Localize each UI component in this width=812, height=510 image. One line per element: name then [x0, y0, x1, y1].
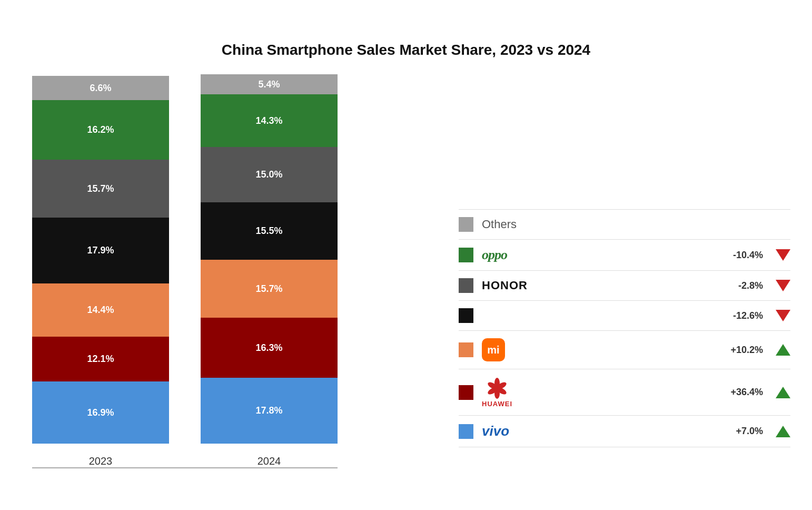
bar-2024-wrapper: 5.4%14.3%15.0%15.5%15.7%16.3%17.8% 2024	[201, 74, 338, 467]
huawei-logo: HUAWEI	[482, 377, 512, 408]
vivo-logo: vivo	[482, 423, 509, 439]
segment-others: 6.6%	[32, 76, 169, 100]
legend-item-apple: -12.6%	[459, 301, 790, 331]
legend-arrow-xiaomi	[776, 344, 790, 356]
bar-2023: Counterpoint 6.6%16.2%15.7%17.9%14.4%12.…	[32, 76, 169, 444]
legend-brand-huawei: HUAWEI	[482, 377, 718, 408]
legend-arrow-oppo	[776, 249, 790, 261]
legend-swatch-apple	[459, 308, 473, 323]
segment-honor: 15.0%	[201, 147, 338, 202]
segment-apple: 17.9%	[32, 218, 169, 283]
segment-xiaomi: 15.7%	[201, 260, 338, 318]
legend-arrow-apple	[776, 310, 790, 321]
bars-row: Counterpoint 6.6%16.2%15.7%17.9%14.4%12.…	[32, 74, 338, 467]
legend-change-apple: -12.6%	[726, 310, 763, 321]
segment-huawei: 12.1%	[32, 337, 169, 381]
axis-line	[32, 467, 338, 468]
legend-item-vivo: vivo+7.0%	[459, 416, 790, 447]
bars-and-axis: Counterpoint 6.6%16.2%15.7%17.9%14.4%12.…	[32, 74, 338, 468]
segment-xiaomi: 14.4%	[32, 283, 169, 337]
legend-swatch-others	[459, 217, 473, 232]
legend-item-huawei: HUAWEI +36.4%	[459, 369, 790, 416]
legend-change-huawei: +36.4%	[726, 387, 763, 398]
legend-change-vivo: +7.0%	[726, 426, 763, 437]
page-title: China Smartphone Sales Market Share, 202…	[222, 42, 590, 58]
legend-swatch-xiaomi	[459, 342, 473, 357]
oppo-logo: oppo	[482, 247, 507, 263]
bar-2023-wrapper: Counterpoint 6.6%16.2%15.7%17.9%14.4%12.…	[32, 76, 169, 467]
legend-arrow-huawei	[776, 387, 790, 398]
legend-swatch-huawei	[459, 385, 473, 400]
legend-item-honor: HONOR-2.8%	[459, 271, 790, 301]
legend-swatch-oppo	[459, 248, 473, 262]
segment-vivo: 16.9%	[32, 381, 169, 444]
legend-arrow-vivo	[776, 426, 790, 437]
legend-change-oppo: -10.4%	[726, 250, 763, 261]
segment-huawei: 16.3%	[201, 318, 338, 378]
others-label: Others	[482, 218, 517, 231]
legend-change-honor: -2.8%	[726, 280, 763, 291]
bar-2024-label: 2024	[258, 455, 281, 467]
segment-honor: 15.7%	[32, 160, 169, 218]
legend-area: Othersoppo-10.4%HONOR-2.8%-12.6%mi+10.2%…	[438, 209, 790, 468]
legend-item-xiaomi: mi+10.2%	[459, 331, 790, 369]
segment-others: 5.4%	[201, 74, 338, 94]
chart-area: Counterpoint 6.6%16.2%15.7%17.9%14.4%12.…	[22, 74, 438, 468]
legend-brand-vivo: vivo	[482, 423, 718, 439]
legend-brand-xiaomi: mi	[482, 338, 718, 361]
legend-swatch-honor	[459, 278, 473, 293]
legend-brand-others: Others	[482, 218, 790, 231]
bar-2024: 5.4%14.3%15.0%15.5%15.7%16.3%17.8%	[201, 74, 338, 444]
honor-logo: HONOR	[482, 279, 528, 292]
legend-swatch-vivo	[459, 424, 473, 439]
huawei-text: HUAWEI	[482, 400, 512, 408]
legend-change-xiaomi: +10.2%	[726, 345, 763, 356]
segment-apple: 15.5%	[201, 202, 338, 260]
legend-item-others: Others	[459, 209, 790, 240]
legend-brand-honor: HONOR	[482, 279, 718, 292]
legend-arrow-honor	[776, 280, 790, 291]
segment-oppo: 14.3%	[201, 94, 338, 147]
xiaomi-logo: mi	[482, 338, 505, 361]
segment-vivo: 17.8%	[201, 378, 338, 444]
bar-2023-label: 2023	[89, 455, 113, 467]
segment-oppo: 16.2%	[32, 100, 169, 160]
legend-item-oppo: oppo-10.4%	[459, 240, 790, 271]
legend-brand-oppo: oppo	[482, 247, 718, 263]
